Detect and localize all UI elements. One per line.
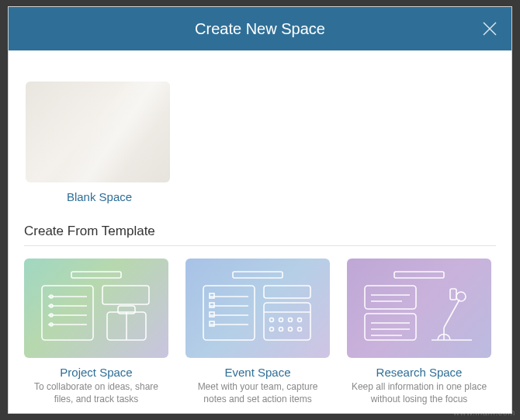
svg-rect-48 bbox=[450, 289, 456, 300]
svg-point-47 bbox=[456, 292, 466, 301]
template-title: Event Space bbox=[185, 366, 330, 379]
svg-rect-23 bbox=[210, 312, 214, 317]
svg-point-30 bbox=[279, 318, 283, 322]
template-desc: Meet with your team, capture notes and s… bbox=[185, 380, 330, 405]
svg-rect-12 bbox=[102, 286, 149, 304]
event-space-icon bbox=[196, 266, 320, 351]
template-card-project[interactable]: Project Space To collaborate on ideas, s… bbox=[24, 259, 168, 405]
svg-rect-21 bbox=[210, 303, 214, 307]
svg-point-31 bbox=[289, 318, 293, 322]
svg-point-36 bbox=[298, 328, 302, 331]
close-button[interactable] bbox=[479, 18, 501, 40]
svg-point-32 bbox=[298, 318, 302, 322]
svg-point-35 bbox=[289, 328, 293, 331]
svg-rect-16 bbox=[233, 272, 283, 278]
template-thumb-project bbox=[24, 259, 168, 358]
svg-rect-26 bbox=[264, 286, 310, 298]
project-space-icon bbox=[34, 266, 158, 351]
modal-header: Create New Space bbox=[9, 7, 511, 50]
blank-space-card[interactable]: Blank Space bbox=[26, 82, 173, 203]
modal-title: Create New Space bbox=[195, 20, 325, 38]
research-space-icon bbox=[357, 266, 481, 351]
svg-point-29 bbox=[270, 318, 274, 322]
svg-point-34 bbox=[279, 328, 283, 331]
svg-rect-37 bbox=[394, 272, 444, 278]
template-card-research[interactable]: Research Space Keep all information in o… bbox=[347, 259, 491, 405]
blank-row: Blank Space bbox=[24, 50, 496, 203]
template-thumb-research bbox=[347, 259, 491, 358]
template-desc: Keep all information in one place withou… bbox=[347, 380, 491, 405]
templates-row: Project Space To collaborate on ideas, s… bbox=[24, 259, 496, 405]
template-card-event[interactable]: Event Space Meet with your team, capture… bbox=[185, 259, 330, 405]
blank-space-thumbnail bbox=[26, 82, 170, 182]
close-icon bbox=[481, 20, 498, 37]
svg-point-33 bbox=[270, 328, 274, 331]
templates-divider bbox=[24, 245, 496, 246]
template-title: Research Space bbox=[347, 366, 491, 379]
blank-space-title: Blank Space bbox=[26, 190, 173, 203]
svg-rect-2 bbox=[71, 272, 121, 278]
svg-rect-3 bbox=[42, 286, 93, 340]
create-space-modal: Create New Space Blank Space Create From… bbox=[8, 6, 512, 414]
modal-body: Blank Space Create From Template bbox=[9, 50, 511, 413]
svg-rect-38 bbox=[365, 286, 416, 309]
svg-rect-25 bbox=[210, 321, 214, 326]
templates-section-title: Create From Template bbox=[24, 224, 496, 239]
svg-rect-41 bbox=[365, 314, 416, 340]
template-title: Project Space bbox=[24, 366, 168, 379]
template-thumb-event bbox=[185, 259, 330, 358]
template-desc: To collaborate on ideas, share files, an… bbox=[24, 380, 168, 405]
svg-rect-19 bbox=[210, 293, 214, 298]
